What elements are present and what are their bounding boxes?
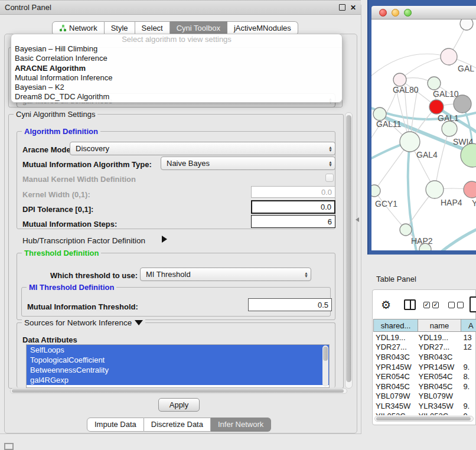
cyni-bottom-tabs: Impute Data Discretize Data Infer Networ… (87, 418, 271, 432)
network-window-titlebar[interactable] (371, 6, 476, 19)
column-header-cut[interactable]: A (461, 319, 476, 332)
aracne-mode-combo[interactable]: Discovery ▲▼ (70, 142, 335, 155)
settings-horizontal-scrollbar[interactable] (10, 388, 347, 394)
network-edge (371, 54, 449, 76)
which-threshold-combo[interactable]: MI Threshold ▲▼ (140, 268, 311, 281)
divider-collapse-arrow[interactable] (356, 217, 359, 222)
table-row[interactable]: YIL052CYIL052C9 (373, 411, 476, 415)
algorithm-option[interactable]: Mutual Information Inference (11, 73, 342, 83)
threshold-definition-title: Threshold Definition (22, 249, 101, 257)
aracne-mode-label: Aracne Mode: (22, 145, 73, 154)
network-node-HAP2[interactable] (400, 224, 412, 236)
network-view-canvas[interactable]: GALGAL80GAL10GAL1GAL11SWI4GAL4GCY1HAP4YH… (371, 19, 476, 250)
tab-discretize-data[interactable]: Discretize Data (144, 418, 211, 432)
node-label: GCY1 (375, 199, 397, 208)
close-window-icon[interactable] (379, 9, 387, 17)
table-cell: YBR043C (416, 353, 457, 361)
network-node-HAP4[interactable] (426, 181, 444, 198)
table-cell: 9 (457, 412, 476, 415)
table-cell: 9. (457, 382, 476, 391)
stepper-icon: ▲▼ (328, 161, 332, 167)
network-icon (59, 24, 67, 32)
table-row[interactable]: YDR27...YDR27...12 (373, 343, 476, 353)
network-node-gal-cut[interactable] (441, 48, 457, 65)
checked-checkbox-icon-2[interactable]: ✓ (432, 302, 439, 308)
table-row[interactable]: YDL19...YDL19...13 (373, 332, 476, 343)
collapse-arrow-icon[interactable] (135, 320, 143, 325)
float-icon[interactable] (339, 4, 345, 11)
tab-impute-data[interactable]: Impute Data (87, 418, 144, 432)
stepper-icon: ▲▼ (328, 146, 332, 152)
table-cell: YPR145W (373, 363, 416, 371)
mi-threshold-title: MI Threshold Definition (27, 283, 116, 292)
table-cell: YDL19... (373, 333, 416, 342)
cyni-algorithm-settings-title: Cyni Algorithm Settings (14, 110, 97, 119)
mi-type-combo[interactable]: Naive Bayes ▲▼ (161, 156, 335, 170)
column-header-name[interactable]: name (418, 319, 461, 332)
network-node-GAL80[interactable] (393, 73, 406, 86)
network-node-pink-cut[interactable] (464, 181, 476, 198)
tab-infer-network[interactable]: Infer Network (211, 418, 271, 432)
attribute-list-scrollbar[interactable] (322, 345, 328, 387)
control-panel-titlebar: Control Panel ✕ (0, 0, 361, 15)
settings-vertical-scrollbar[interactable] (345, 112, 353, 389)
dpi-tolerance-field[interactable]: 0.0 (251, 200, 335, 214)
data-attribute-item[interactable]: TopologicalCoefficient (27, 355, 329, 365)
gear-icon[interactable]: ⚙ (381, 298, 391, 311)
zoom-window-icon[interactable] (404, 9, 412, 17)
table-row[interactable]: YBR045CYBR045C9. (373, 381, 476, 392)
control-panel-bottom-border (0, 433, 361, 434)
data-attribute-item[interactable]: SelfLoops (27, 345, 329, 355)
network-node-gray-node[interactable] (454, 95, 471, 113)
unchecked-checkbox-icon-2[interactable] (457, 302, 464, 308)
table-cell: YPR145W (416, 363, 457, 371)
network-node-GAL1[interactable] (429, 100, 444, 114)
kernel-width-label: Kernel Width (0,1): (22, 190, 90, 199)
close-icon[interactable]: ✕ (350, 4, 356, 12)
expand-arrow-icon[interactable] (162, 236, 167, 243)
network-node-GAL10[interactable] (428, 77, 441, 90)
algorithm-option[interactable]: Dream8 DC_TDC Algorithm (11, 92, 342, 102)
hub-definition-label[interactable]: Hub/Transcription Factor Definition (22, 236, 145, 245)
algorithm-option[interactable]: Bayesian – K2 (11, 83, 342, 92)
network-node-GAL11[interactable] (373, 107, 386, 120)
minimized-panel-icon[interactable] (4, 443, 14, 450)
network-node-SWI4[interactable] (442, 121, 457, 136)
mi-threshold-field[interactable]: 0.5 (248, 298, 332, 311)
table-cell: YBL079W (416, 392, 457, 400)
node-label: GAL11 (376, 119, 402, 129)
table-row[interactable]: YER054CYER054C8. (373, 371, 476, 381)
data-attribute-item[interactable]: BetweennessCentrality (27, 365, 329, 375)
algorithm-option[interactable]: Basic Correlation Inference (11, 54, 342, 63)
table-panel-title: Table Panel (376, 275, 416, 283)
unchecked-checkbox-icon-1[interactable] (448, 302, 455, 308)
algorithm-option[interactable]: Bayesian – Hill Climbing (11, 44, 342, 54)
network-node-unlabeled-top[interactable] (460, 19, 473, 30)
column-header-shared[interactable]: shared... (373, 319, 418, 332)
node-label: HAP4 (441, 198, 462, 207)
data-attribute-item[interactable]: gal4RGexp (27, 375, 329, 385)
table-cell: YBR043C (373, 353, 416, 361)
mi-threshold-label: Mutual Information Threshold: (27, 302, 138, 311)
node-label: Y (472, 198, 476, 208)
split-columns-icon[interactable] (404, 299, 416, 310)
table-cell: YBR045C (373, 382, 416, 391)
table-cell: YIL052C (373, 412, 416, 415)
algorithm-option[interactable]: ARACNE Algorithm (11, 64, 342, 73)
dpi-tolerance-label: DPI Tolerance [0,1]: (22, 205, 93, 214)
table-horizontal-scrollbar[interactable] (374, 416, 474, 422)
manual-kernel-checkbox[interactable] (325, 174, 334, 182)
table-row[interactable]: YBR043CYBR043C (373, 352, 476, 362)
document-icon[interactable] (470, 296, 476, 312)
network-node-GAL4[interactable] (400, 132, 420, 152)
checked-checkbox-icon-1[interactable]: ✓ (423, 302, 430, 308)
mi-steps-field[interactable]: 6 (251, 215, 335, 228)
table-row[interactable]: YBL079WYBL079W (373, 392, 476, 402)
table-row[interactable]: YPR145WYPR145W9. (373, 362, 476, 372)
apply-button[interactable]: Apply (158, 398, 200, 412)
table-row[interactable]: YLR345WYLR345W9. (373, 401, 476, 411)
minimize-window-icon[interactable] (392, 9, 399, 17)
node-label: GAL80 (393, 85, 419, 94)
panel-title: Control Panel (5, 3, 51, 12)
network-node-GCY1[interactable] (371, 185, 380, 197)
